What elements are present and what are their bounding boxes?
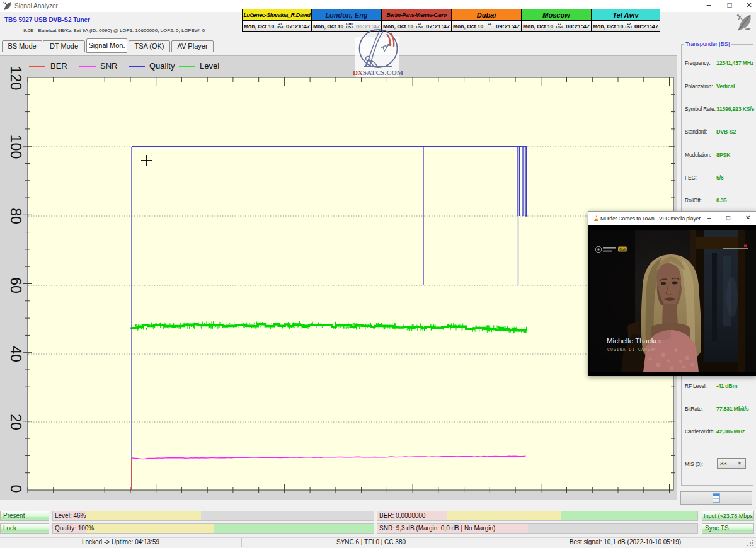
svg-text:CUGINA DI CARLA: CUGINA DI CARLA [607,348,654,352]
svg-text:60: 60 [8,277,24,294]
svg-text:40: 40 [8,346,24,362]
svg-text:DXSATCS.COM: DXSATCS.COM [353,69,404,76]
svg-text:Giallo: Giallo [619,248,628,251]
svg-text:20: 20 [8,414,24,430]
svg-text:Michelle Thacker: Michelle Thacker [607,337,662,345]
svg-text:SAT: SAT [746,28,751,31]
svg-text:80: 80 [8,208,24,224]
svg-text:120: 120 [8,66,24,90]
svg-text:100: 100 [8,135,24,159]
svg-text:0: 0 [8,485,24,493]
